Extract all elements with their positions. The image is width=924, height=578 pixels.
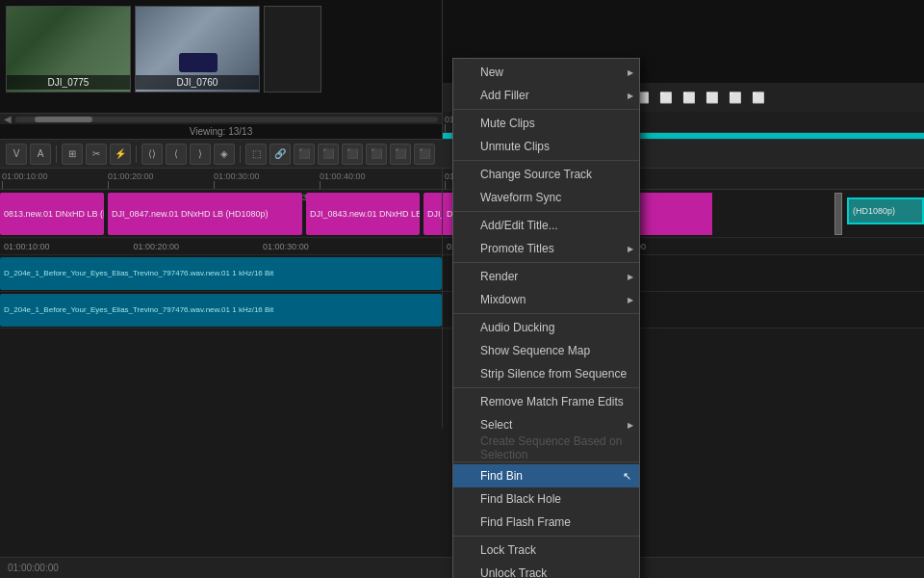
menu-item-find-bin-label: Find Bin: [480, 469, 523, 483]
menu-sep-3: [453, 211, 639, 212]
menu-item-mixdown[interactable]: Mixdown: [453, 288, 639, 311]
menu-item-promote-titles[interactable]: Promote Titles: [453, 237, 639, 260]
menu-item-create-sequence-label: Create Sequence Based on Selection: [480, 434, 628, 461]
menu-item-new[interactable]: New: [453, 61, 639, 84]
menu-item-add-edit-title-label: Add/Edit Title...: [480, 219, 558, 232]
menu-item-strip-silence-label: Strip Silence from Sequence: [480, 367, 627, 381]
menu-item-find-black-hole-label: Find Black Hole: [480, 492, 561, 506]
context-menu: New Add Filler Mute Clips Unmute Clips C…: [452, 58, 640, 578]
menu-item-change-source-track-label: Change Source Track: [480, 168, 592, 181]
menu-item-show-sequence-map[interactable]: Show Sequence Map: [453, 339, 639, 362]
menu-item-add-filler[interactable]: Add Filler: [453, 84, 639, 107]
menu-item-unmute-clips-label: Unmute Clips: [480, 140, 550, 153]
menu-item-waveform-sync[interactable]: Waveform Sync: [453, 186, 639, 209]
menu-item-unlock-track-label: Unlock Track: [480, 566, 547, 578]
menu-item-find-flash-frame[interactable]: Find Flash Frame: [453, 511, 639, 534]
menu-item-mute-clips-label: Mute Clips: [480, 117, 535, 130]
menu-sep-4: [453, 262, 639, 263]
menu-item-lock-track-label: Lock Track: [480, 543, 536, 557]
menu-item-change-source-track[interactable]: Change Source Track: [453, 163, 639, 186]
menu-item-render[interactable]: Render: [453, 265, 639, 288]
menu-sep-6: [453, 387, 639, 388]
menu-sep-1: [453, 109, 639, 110]
find-bin-cursor-icon: ↖: [623, 470, 631, 483]
menu-item-audio-ducking-label: Audio Ducking: [480, 321, 554, 334]
menu-item-find-bin[interactable]: Find Bin ↖: [453, 464, 639, 487]
menu-sep-5: [453, 313, 639, 314]
menu-item-find-black-hole[interactable]: Find Black Hole: [453, 487, 639, 511]
menu-item-add-edit-title[interactable]: Add/Edit Title...: [453, 214, 639, 237]
menu-sep-7: [453, 461, 639, 462]
menu-item-unmute-clips[interactable]: Unmute Clips: [453, 135, 639, 158]
menu-item-waveform-sync-label: Waveform Sync: [480, 191, 561, 204]
menu-item-mute-clips[interactable]: Mute Clips: [453, 112, 639, 135]
menu-item-show-sequence-map-label: Show Sequence Map: [480, 344, 590, 357]
menu-item-unlock-track[interactable]: Unlock Track: [453, 562, 639, 578]
menu-item-remove-match-frame-edits[interactable]: Remove Match Frame Edits: [453, 390, 639, 413]
menu-item-lock-track[interactable]: Lock Track: [453, 539, 639, 562]
menu-item-promote-titles-label: Promote Titles: [480, 242, 554, 255]
menu-item-find-flash-frame-label: Find Flash Frame: [480, 515, 571, 529]
menu-item-remove-match-frame-edits-label: Remove Match Frame Edits: [480, 395, 624, 408]
menu-item-select[interactable]: Select: [453, 413, 639, 436]
menu-item-new-label: New: [480, 66, 503, 79]
menu-item-select-label: Select: [480, 418, 512, 432]
context-menu-overlay: New Add Filler Mute Clips Unmute Clips C…: [0, 0, 924, 578]
menu-item-mixdown-label: Mixdown: [480, 293, 526, 306]
menu-item-render-label: Render: [480, 270, 518, 283]
menu-sep-8: [453, 536, 639, 537]
menu-sep-2: [453, 160, 639, 161]
menu-item-audio-ducking[interactable]: Audio Ducking: [453, 316, 639, 339]
menu-item-create-sequence[interactable]: Create Sequence Based on Selection: [453, 436, 639, 460]
menu-item-add-filler-label: Add Filler: [480, 89, 529, 102]
menu-item-strip-silence[interactable]: Strip Silence from Sequence: [453, 362, 639, 385]
